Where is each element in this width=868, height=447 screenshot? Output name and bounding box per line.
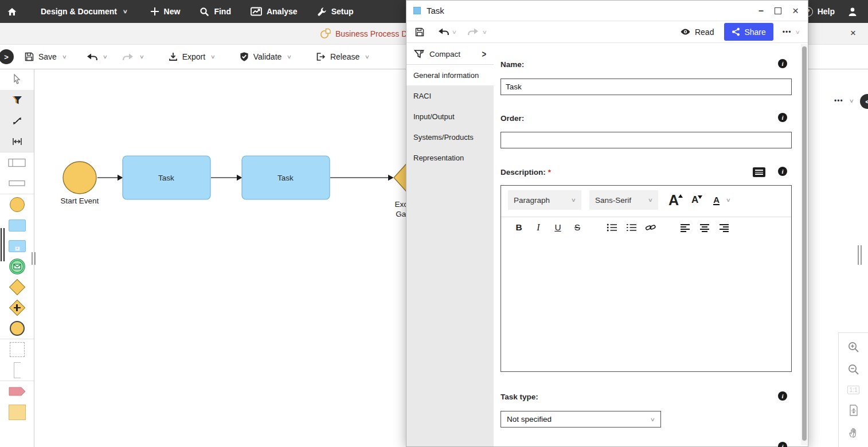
chevron-down-icon[interactable]: ∨ xyxy=(102,54,107,60)
font-size-decrease-button[interactable]: A xyxy=(691,195,698,205)
order-input[interactable] xyxy=(501,132,792,148)
chevron-down-icon[interactable]: ∨ xyxy=(849,98,854,104)
export-button[interactable]: Export ∨ xyxy=(163,52,220,62)
space-tool[interactable] xyxy=(0,131,34,152)
diagram-title[interactable]: Business Process Di xyxy=(320,28,409,40)
align-right-icon[interactable] xyxy=(714,223,734,232)
chevron-down-icon[interactable]: ∨ xyxy=(210,54,216,60)
zoom-in-icon[interactable] xyxy=(847,341,860,354)
undo-button[interactable]: ∨ xyxy=(437,28,456,36)
pool-shape[interactable] xyxy=(0,152,34,173)
info-icon[interactable]: i xyxy=(778,167,787,176)
chevron-right-icon[interactable]: > xyxy=(482,49,486,60)
redo-button[interactable]: ∨ xyxy=(118,53,148,61)
underline-button[interactable]: U xyxy=(548,222,568,233)
chevron-down-icon[interactable]: ∨ xyxy=(287,54,292,60)
italic-button[interactable]: I xyxy=(529,222,548,233)
save-icon[interactable] xyxy=(415,27,425,37)
name-input[interactable] xyxy=(501,79,792,95)
filter-tool[interactable] xyxy=(0,90,34,111)
chevron-down-icon[interactable]: ∨ xyxy=(139,54,144,60)
palette-splitter-handle[interactable] xyxy=(32,252,36,265)
chevron-down-icon[interactable]: ∨ xyxy=(62,54,67,60)
dialog-titlebar[interactable]: Task – × xyxy=(406,1,808,21)
numbered-list-icon[interactable] xyxy=(621,223,641,232)
release-button[interactable]: Release ∨ xyxy=(311,52,374,62)
more-options-icon[interactable]: ••• xyxy=(834,97,843,105)
close-icon[interactable]: × xyxy=(792,7,799,15)
start-event-node[interactable] xyxy=(63,162,96,194)
maximize-icon[interactable] xyxy=(775,7,781,14)
task-label: Task xyxy=(158,174,174,182)
info-icon[interactable]: i xyxy=(778,442,787,447)
align-center-icon[interactable] xyxy=(695,223,714,232)
collapse-left-button[interactable]: > xyxy=(0,49,14,64)
close-icon[interactable]: × xyxy=(850,28,856,39)
tab-general-information[interactable]: General information xyxy=(406,65,494,85)
nav-design-document[interactable]: Design & Document ∨ xyxy=(33,0,135,23)
font-family-select[interactable]: Sans-Serif ∨ xyxy=(589,190,658,210)
save-button[interactable]: Save ∨ xyxy=(19,52,71,62)
nav-setup[interactable]: Setup xyxy=(310,0,361,23)
lane-shape[interactable] xyxy=(0,173,34,194)
zoom-reset-icon[interactable]: 1:1 xyxy=(847,386,860,394)
description-editor[interactable]: Paragraph ∨ Sans-Serif ∨ A A xyxy=(501,185,792,372)
bpmn-canvas[interactable]: Start Event Task Task Exclusive Gateway xyxy=(34,69,459,241)
tab-representation[interactable]: Representation xyxy=(406,147,494,168)
share-button[interactable]: Share xyxy=(724,23,773,41)
read-toggle[interactable]: Read xyxy=(680,28,714,37)
translation-icon[interactable] xyxy=(753,167,765,177)
font-color-button[interactable]: A xyxy=(713,195,720,205)
message-event-shape[interactable] xyxy=(0,256,34,277)
chevron-down-icon[interactable]: ∨ xyxy=(452,29,457,35)
tab-input-output[interactable]: Input/Output xyxy=(406,106,494,127)
nav-find[interactable]: Find xyxy=(192,0,238,23)
strikethrough-button[interactable]: S xyxy=(568,222,587,233)
link-icon[interactable] xyxy=(641,223,660,232)
align-left-icon[interactable] xyxy=(675,223,695,232)
zoom-out-icon[interactable] xyxy=(847,363,860,376)
task-type-select[interactable]: Not specified ∨ xyxy=(501,411,661,428)
more-options-button[interactable]: ••• ∨ xyxy=(783,28,800,36)
group-shape[interactable] xyxy=(0,339,34,360)
fit-screen-icon[interactable] xyxy=(848,404,859,417)
info-icon[interactable]: i xyxy=(778,391,787,401)
note-shape[interactable] xyxy=(0,402,34,422)
pan-hand-icon[interactable] xyxy=(848,426,859,439)
user-avatar[interactable] xyxy=(847,7,858,17)
chevron-down-icon[interactable]: ∨ xyxy=(365,54,370,60)
info-icon[interactable]: i xyxy=(778,59,787,68)
chevron-down-icon[interactable]: ∨ xyxy=(482,29,487,35)
chevron-down-icon: ∨ xyxy=(571,197,576,203)
tab-raci[interactable]: RACI xyxy=(406,85,494,106)
right-splitter-handle[interactable] xyxy=(858,245,862,265)
data-signal-shape[interactable] xyxy=(0,381,34,402)
subprocess-shape[interactable]: + xyxy=(0,236,34,256)
select-tool[interactable] xyxy=(0,69,34,90)
chevron-down-icon[interactable]: ∨ xyxy=(726,197,731,203)
end-event-shape[interactable] xyxy=(0,318,34,339)
validate-button[interactable]: Validate ∨ xyxy=(234,52,296,62)
info-icon[interactable]: i xyxy=(778,113,787,122)
nav-new[interactable]: New xyxy=(143,0,188,23)
parallel-gateway-shape[interactable] xyxy=(0,297,34,318)
start-event-shape[interactable] xyxy=(0,194,34,215)
font-size-increase-button[interactable]: A xyxy=(668,194,679,206)
nav-analyse[interactable]: Analyse xyxy=(243,0,305,23)
description-textarea[interactable] xyxy=(501,238,791,364)
task-shape[interactable] xyxy=(0,215,34,236)
home-button[interactable] xyxy=(0,0,23,23)
exclusive-gateway-shape[interactable] xyxy=(0,277,34,297)
redo-button[interactable]: ∨ xyxy=(468,28,487,36)
paragraph-style-select[interactable]: Paragraph ∨ xyxy=(508,190,581,210)
dialog-scrollbar-thumb[interactable] xyxy=(802,46,807,441)
tab-systems-products[interactable]: Systems/Products xyxy=(406,127,494,147)
minimize-icon[interactable]: – xyxy=(758,8,764,14)
left-splitter-handle[interactable] xyxy=(1,228,5,261)
bullet-list-icon[interactable] xyxy=(602,223,621,232)
undo-button[interactable]: ∨ xyxy=(81,53,112,61)
connector-tool[interactable] xyxy=(0,111,34,131)
bold-button[interactable]: B xyxy=(509,222,529,233)
annotation-shape[interactable] xyxy=(0,360,34,381)
compact-view-toggle[interactable]: Compact > xyxy=(406,44,494,65)
